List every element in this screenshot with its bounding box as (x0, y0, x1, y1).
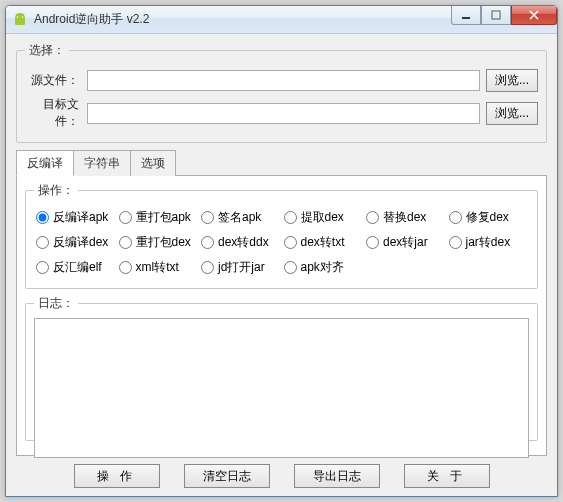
about-button[interactable]: 关 于 (404, 464, 490, 488)
op-radio[interactable] (119, 211, 132, 224)
svg-rect-3 (492, 11, 500, 19)
android-icon (12, 12, 28, 28)
source-row: 源文件： 浏览... (25, 69, 538, 92)
op-radio-label: 反汇编elf (53, 259, 102, 276)
op-radio[interactable] (366, 211, 379, 224)
op-radio[interactable] (366, 236, 379, 249)
select-legend: 选择： (25, 42, 69, 59)
app-window: Android逆向助手 v2.2 选择： 源文件： 浏览... 目标文件： 浏览… (5, 5, 558, 497)
export-log-button[interactable]: 导出日志 (294, 464, 380, 488)
log-group: 日志： (25, 295, 538, 441)
select-group: 选择： 源文件： 浏览... 目标文件： 浏览... (16, 42, 547, 143)
op-radio-item[interactable]: 重打包dex (119, 234, 198, 251)
op-radio[interactable] (449, 211, 462, 224)
bottom-buttons: 操 作 清空日志 导出日志 关 于 (16, 456, 547, 490)
window-title: Android逆向助手 v2.2 (34, 11, 149, 28)
op-radio-label: 签名apk (218, 209, 261, 226)
op-radio[interactable] (36, 236, 49, 249)
tab-strip: 反编译 字符串 选项 (16, 150, 547, 176)
op-radio-label: dex转txt (301, 234, 345, 251)
op-radio[interactable] (119, 236, 132, 249)
op-radio-item[interactable]: 反编译apk (36, 209, 115, 226)
clear-log-button[interactable]: 清空日志 (184, 464, 270, 488)
ops-radio-grid: 反编译apk重打包apk签名apk提取dex替换dex修复dex反编译dex重打… (34, 205, 529, 280)
operate-button[interactable]: 操 作 (74, 464, 160, 488)
op-radio[interactable] (201, 211, 214, 224)
target-row: 目标文件： 浏览... (25, 96, 538, 130)
tab-body: 操作： 反编译apk重打包apk签名apk提取dex替换dex修复dex反编译d… (16, 175, 547, 456)
svg-rect-2 (462, 17, 470, 19)
op-radio[interactable] (201, 261, 214, 274)
op-radio-label: 重打包apk (136, 209, 191, 226)
client-area: 选择： 源文件： 浏览... 目标文件： 浏览... 反编译 字符串 选项 操作… (6, 34, 557, 496)
minimize-button[interactable] (451, 6, 481, 25)
op-radio-label: 反编译apk (53, 209, 108, 226)
op-radio-item[interactable]: 修复dex (449, 209, 528, 226)
source-input[interactable] (87, 70, 480, 91)
titlebar[interactable]: Android逆向助手 v2.2 (6, 6, 557, 34)
target-input[interactable] (87, 103, 480, 124)
op-radio-label: dex转ddx (218, 234, 269, 251)
op-radio[interactable] (36, 261, 49, 274)
close-button[interactable] (511, 6, 557, 25)
op-radio-label: 修复dex (466, 209, 509, 226)
op-radio-label: 反编译dex (53, 234, 108, 251)
source-label: 源文件： (25, 72, 81, 89)
op-radio-label: 替换dex (383, 209, 426, 226)
op-radio-label: jar转dex (466, 234, 511, 251)
ops-group: 操作： 反编译apk重打包apk签名apk提取dex替换dex修复dex反编译d… (25, 182, 538, 289)
op-radio-item[interactable]: 替换dex (366, 209, 445, 226)
op-radio[interactable] (36, 211, 49, 224)
op-radio-item[interactable]: xml转txt (119, 259, 198, 276)
maximize-button[interactable] (481, 6, 511, 25)
op-radio-item[interactable]: 反编译dex (36, 234, 115, 251)
target-label: 目标文件： (25, 96, 81, 130)
op-radio[interactable] (284, 236, 297, 249)
op-radio-item[interactable]: apk对齐 (284, 259, 363, 276)
svg-point-1 (22, 16, 24, 18)
op-radio[interactable] (119, 261, 132, 274)
op-radio-item[interactable]: dex转txt (284, 234, 363, 251)
op-radio-item[interactable]: dex转jar (366, 234, 445, 251)
op-radio-item[interactable]: 签名apk (201, 209, 280, 226)
log-legend: 日志： (34, 295, 78, 312)
svg-point-0 (17, 16, 19, 18)
op-radio-item[interactable]: dex转ddx (201, 234, 280, 251)
window-controls (451, 6, 557, 25)
op-radio-label: jd打开jar (218, 259, 265, 276)
op-radio[interactable] (284, 261, 297, 274)
op-radio[interactable] (284, 211, 297, 224)
tab-options[interactable]: 选项 (130, 150, 176, 176)
op-radio-label: xml转txt (136, 259, 179, 276)
log-textarea[interactable] (34, 318, 529, 458)
browse-target-button[interactable]: 浏览... (486, 102, 538, 125)
tab-decompile[interactable]: 反编译 (16, 150, 74, 176)
op-radio-label: 提取dex (301, 209, 344, 226)
browse-source-button[interactable]: 浏览... (486, 69, 538, 92)
op-radio-item[interactable]: jd打开jar (201, 259, 280, 276)
ops-legend: 操作： (34, 182, 78, 199)
op-radio[interactable] (449, 236, 462, 249)
op-radio-item[interactable]: 反汇编elf (36, 259, 115, 276)
op-radio-item[interactable]: 重打包apk (119, 209, 198, 226)
op-radio-label: apk对齐 (301, 259, 344, 276)
op-radio-label: 重打包dex (136, 234, 191, 251)
op-radio-item[interactable]: jar转dex (449, 234, 528, 251)
op-radio-label: dex转jar (383, 234, 428, 251)
tab-strings[interactable]: 字符串 (73, 150, 131, 176)
op-radio-item[interactable]: 提取dex (284, 209, 363, 226)
op-radio[interactable] (201, 236, 214, 249)
